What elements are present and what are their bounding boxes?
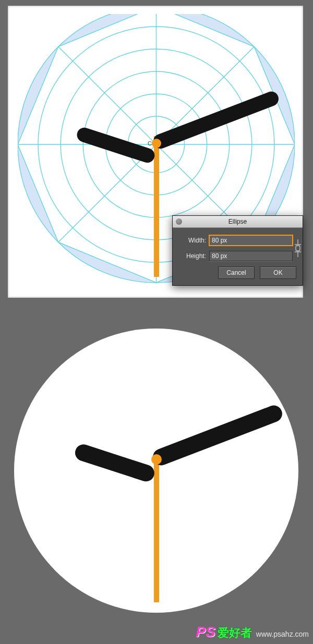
- constrain-proportions-icon[interactable]: [293, 238, 303, 258]
- dialog-titlebar[interactable]: Ellipse: [173, 216, 303, 228]
- close-icon[interactable]: [176, 218, 182, 225]
- watermark-logo-cn: 爱好者: [218, 625, 252, 641]
- center-hub: [151, 454, 162, 465]
- result-clock-face: [14, 329, 298, 613]
- watermark-logo-ps: PS: [196, 624, 215, 640]
- illustrator-canvas: Center Ellipse Width: Height:: [8, 6, 303, 298]
- watermark: PS 爱好者 www.psahz.com: [196, 624, 309, 641]
- hour-hand: [73, 442, 156, 483]
- second-hand[interactable]: [154, 136, 159, 277]
- second-hand: [154, 452, 159, 602]
- dialog-title: Ellipse: [228, 218, 247, 225]
- height-label: Height:: [179, 252, 206, 260]
- width-label: Width:: [179, 237, 206, 244]
- width-input[interactable]: [209, 235, 293, 246]
- minute-hand: [150, 403, 284, 468]
- ok-button[interactable]: OK: [260, 266, 296, 279]
- cancel-button[interactable]: Cancel: [218, 266, 255, 279]
- ellipse-dialog: Ellipse Width: Height:: [172, 215, 303, 286]
- svg-rect-17: [296, 246, 300, 251]
- watermark-url: www.psahz.com: [256, 630, 309, 638]
- height-input[interactable]: [209, 251, 293, 261]
- center-hub[interactable]: [152, 139, 161, 148]
